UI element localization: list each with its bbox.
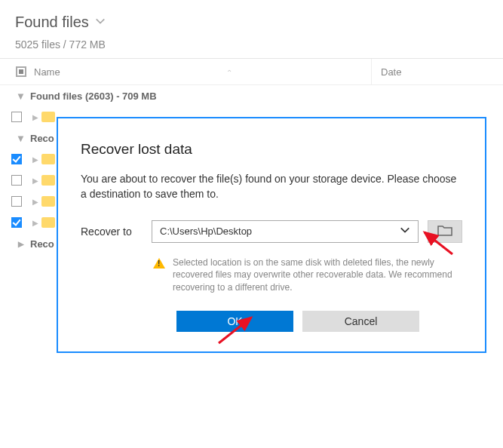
row-checkbox[interactable] (11, 175, 22, 186)
page-title: Found files (15, 14, 89, 31)
recover-to-label: Recover to (81, 226, 143, 238)
row-checkbox[interactable] (11, 154, 22, 164)
ok-button[interactable]: OK (176, 311, 293, 332)
chevron-down-icon (400, 225, 410, 238)
column-date[interactable]: Date (371, 59, 492, 84)
destination-select[interactable]: C:\Users\Hp\Desktop (152, 220, 419, 243)
collapse-icon[interactable]: ▼ (11, 91, 30, 102)
destination-path: C:\Users\Hp\Desktop (160, 226, 252, 237)
expand-icon[interactable]: ▶ (29, 113, 41, 121)
expand-icon[interactable]: ▶ (11, 240, 30, 248)
chevron-down-icon[interactable] (95, 16, 106, 29)
page-header: Found files 5025 files / 772 MB (0, 0, 503, 58)
group-label: Reco (30, 133, 54, 144)
expand-icon[interactable]: ▶ (29, 198, 41, 206)
collapse-icon[interactable]: ▼ (11, 133, 30, 144)
row-checkbox[interactable] (11, 196, 22, 207)
group-found-files[interactable]: ▼ Found files (2603) - 709 MB (0, 85, 503, 106)
page-subtitle: 5025 files / 772 MB (15, 38, 488, 51)
warning-text: Selected location is on the same disk wi… (173, 256, 462, 294)
folder-icon (41, 112, 55, 122)
sort-caret-icon: ⌃ (226, 69, 232, 77)
warning-icon (153, 258, 165, 268)
column-name[interactable]: Name⌃ (30, 66, 371, 78)
dialog-body: You are about to recover the file(s) fou… (81, 171, 462, 202)
folder-icon (41, 154, 55, 164)
expand-icon[interactable]: ▶ (29, 155, 41, 164)
recover-dialog: Recover lost data You are about to recov… (57, 117, 486, 353)
select-all-checkbox[interactable] (11, 66, 30, 77)
row-checkbox[interactable] (11, 217, 22, 228)
folder-icon (41, 196, 55, 207)
cancel-button[interactable]: Cancel (302, 311, 419, 332)
dialog-title: Recover lost data (81, 141, 462, 158)
table-header: Name⌃ Date (0, 58, 503, 85)
folder-icon (41, 175, 55, 186)
browse-button[interactable] (428, 220, 462, 243)
expand-icon[interactable]: ▶ (29, 176, 41, 185)
expand-icon[interactable]: ▶ (29, 219, 41, 227)
folder-icon (41, 217, 55, 228)
group-label: Reco (30, 238, 54, 250)
row-checkbox[interactable] (11, 112, 22, 122)
folder-icon (437, 224, 452, 239)
group-label: Found files (2603) - 709 MB (30, 91, 157, 102)
